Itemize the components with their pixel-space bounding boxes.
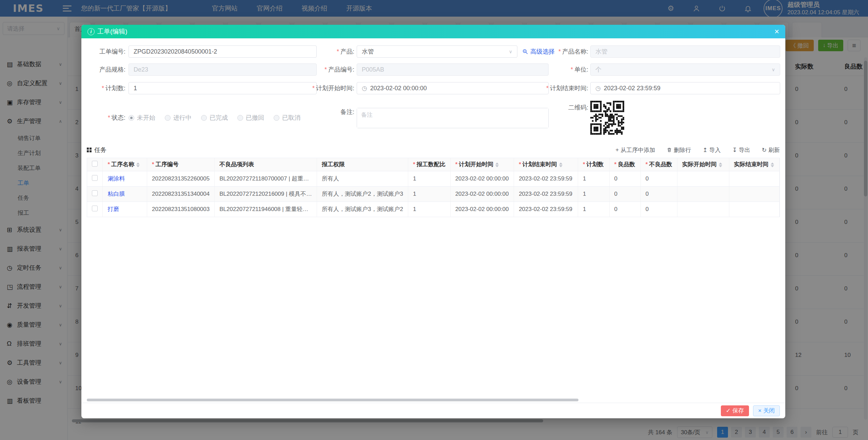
order-no-value[interactable] xyxy=(134,48,312,55)
close-button[interactable]: × 关闭 xyxy=(753,405,780,416)
sort-icon[interactable] xyxy=(495,162,499,167)
plan-end-value: 2023-02-02 23:59:59 xyxy=(604,85,660,92)
tasks-column-实际开始时间[interactable]: 实际开始时间 xyxy=(677,158,729,171)
sort-icon[interactable] xyxy=(719,162,722,167)
checkbox[interactable] xyxy=(92,161,98,167)
process-name-link[interactable]: 粘白膜 xyxy=(107,191,125,197)
task-cell xyxy=(677,202,729,217)
status-radio-进行中[interactable]: 进行中 xyxy=(165,114,192,122)
product-label: 产品: xyxy=(337,47,354,56)
tasks-column-良品数: 良品数 xyxy=(609,158,640,171)
column-label: 报工权限 xyxy=(322,161,345,168)
sort-asc-icon xyxy=(719,162,722,165)
process-name-link[interactable]: 打磨 xyxy=(107,206,119,212)
plan-start-label: 计划开始时间: xyxy=(312,84,354,92)
task-cell: BL20220727211946008 | 重量轻… xyxy=(215,202,317,217)
radio-dot xyxy=(274,115,279,121)
plan-end-datepicker[interactable]: ◷ 2023-02-02 23:59:59 xyxy=(590,82,780,94)
plan-qty-input[interactable] xyxy=(129,82,317,94)
tasks-column-计划结束时间[interactable]: 计划结束时间 xyxy=(514,158,578,171)
task-cell: 2023-02-02 23:59:59 xyxy=(514,171,578,186)
sort-icon[interactable] xyxy=(771,162,774,167)
task-cell: 涮涂料 xyxy=(103,171,147,186)
sort-desc-icon xyxy=(771,165,774,167)
product-spec-value: De23 xyxy=(134,66,148,73)
tasks-action-label: 导入 xyxy=(709,146,721,154)
tasks-action-导出[interactable]: ↧导出 xyxy=(732,146,750,154)
modal-header: i 工单(编辑) × xyxy=(81,25,785,38)
import-icon: ↥ xyxy=(703,147,707,154)
tasks-column-报工数配比: 报工数配比 xyxy=(408,158,451,171)
status-radio-已撤回[interactable]: 已撤回 xyxy=(237,114,264,122)
task-cell: 202208231352260005 xyxy=(147,171,215,186)
checkbox[interactable] xyxy=(92,175,98,181)
product-select[interactable]: 水管 ∨ xyxy=(357,45,517,58)
sort-asc-icon xyxy=(136,162,140,165)
task-row: 涮涂料202208231352260005BL20220727211807000… xyxy=(87,171,780,186)
tasks-hscrollbar[interactable] xyxy=(87,399,578,401)
grid-icon xyxy=(87,148,92,152)
task-cell: 0 xyxy=(640,171,677,186)
task-cell-checkbox xyxy=(87,171,103,186)
tasks-column-工序名称[interactable]: 工序名称 xyxy=(103,158,147,171)
checkbox[interactable] xyxy=(92,190,98,196)
task-cell: 2023-02-02 00:00:00 xyxy=(450,202,514,217)
plan-end-label: 计划结束时间: xyxy=(546,84,588,92)
chevron-down-icon: ∨ xyxy=(509,49,512,54)
unit-label: 单位: xyxy=(571,65,588,74)
info-icon: i xyxy=(87,28,95,35)
status-radio-已取消[interactable]: 已取消 xyxy=(274,114,300,122)
order-no-label: 工单编号: xyxy=(99,47,125,56)
task-cell-checkbox xyxy=(87,202,103,217)
plan-qty-value[interactable] xyxy=(134,85,312,92)
radio-dot xyxy=(165,115,171,121)
task-cell: 1 xyxy=(578,186,609,202)
sort-icon[interactable] xyxy=(136,162,140,167)
tasks-header-checkbox xyxy=(87,158,103,171)
save-button[interactable]: ✓ 保存 xyxy=(721,405,749,416)
task-cell: 0 xyxy=(609,171,640,186)
process-name-link[interactable]: 涮涂料 xyxy=(107,175,125,182)
close-label: 关闭 xyxy=(763,407,775,415)
modal-title: 工单(编辑) xyxy=(97,27,127,36)
product-spec-input: De23 xyxy=(129,63,317,76)
column-label: 计划数 xyxy=(583,161,604,168)
plan-qty-label: 计划数: xyxy=(102,84,125,92)
product-name-value: 水管 xyxy=(595,47,608,56)
task-cell: 202208231351080003 xyxy=(147,202,215,217)
close-icon[interactable]: × xyxy=(774,27,779,36)
sort-desc-icon xyxy=(495,165,499,167)
tasks-toolbar: +从工序中添加删除行↥导入↧导出↻刷新 xyxy=(615,146,780,154)
task-row: 打磨202208231351080003BL20220727211946008 … xyxy=(87,202,780,217)
order-no-input[interactable] xyxy=(129,45,317,58)
task-row: 粘白膜202208231351340004BL20220727212021600… xyxy=(87,186,780,202)
task-cell: 所有人，测试账户2，测试账户3 xyxy=(317,186,408,202)
tasks-column-实际结束时间[interactable]: 实际结束时间 xyxy=(729,158,779,171)
status-radio-已完成[interactable]: 已完成 xyxy=(201,114,228,122)
task-cell: 1 xyxy=(578,171,609,186)
trash-icon xyxy=(667,147,672,153)
tasks-column-计划开始时间[interactable]: 计划开始时间 xyxy=(450,158,514,171)
tasks-column-报工权限: 报工权限 xyxy=(317,158,408,171)
remark-textarea[interactable] xyxy=(357,108,549,128)
task-cell: 1 xyxy=(408,202,451,217)
status-radio-未开始[interactable]: 未开始 xyxy=(129,114,155,122)
task-cell: 202208231351340004 xyxy=(147,186,215,202)
tasks-column-不良品项列表: 不良品项列表 xyxy=(215,158,317,171)
column-label: 计划开始时间 xyxy=(455,161,494,168)
tasks-title: 任务 xyxy=(94,146,106,154)
checkbox[interactable] xyxy=(92,206,98,211)
tasks-action-删除行[interactable]: 删除行 xyxy=(667,146,691,154)
column-label: 工序编号 xyxy=(152,161,179,168)
tasks-action-导入[interactable]: ↥导入 xyxy=(703,146,721,154)
modal-footer: ✓ 保存 × 关闭 xyxy=(81,403,785,418)
sort-icon[interactable] xyxy=(559,162,563,167)
tasks-action-刷新[interactable]: ↻刷新 xyxy=(762,146,780,154)
tasks-action-label: 从工序中添加 xyxy=(620,146,655,154)
tasks-action-从工序中添加[interactable]: +从工序中添加 xyxy=(615,146,655,154)
sort-asc-icon xyxy=(495,162,499,165)
sort-asc-icon xyxy=(771,162,774,165)
task-cell xyxy=(729,186,779,202)
product-name-input: 水管 xyxy=(590,45,780,58)
plan-start-datepicker[interactable]: ◷ 2023-02-02 00:00:00 xyxy=(357,82,549,94)
